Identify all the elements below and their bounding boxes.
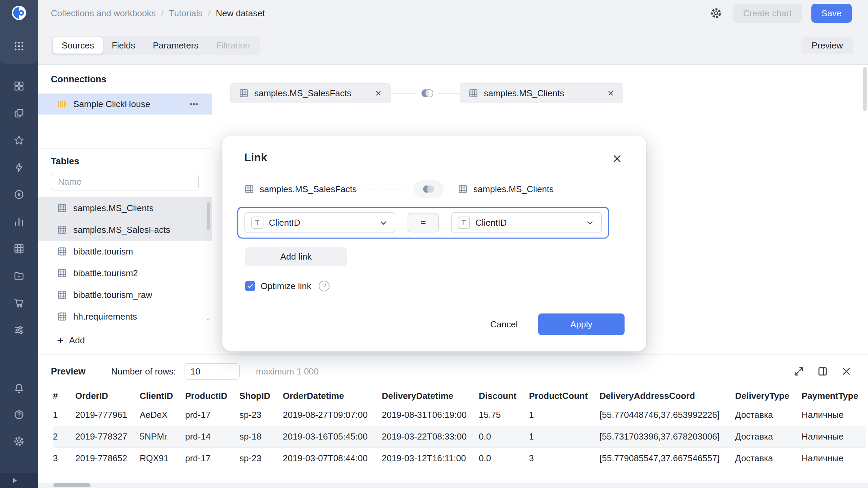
table-icon <box>468 88 478 98</box>
join-type-button[interactable] <box>414 180 443 198</box>
close-icon[interactable] <box>374 89 382 97</box>
table-icon <box>458 184 468 194</box>
source-node-label: samples.MS_Clients <box>484 88 564 99</box>
cart-icon[interactable] <box>12 296 26 310</box>
link-connector <box>443 189 453 189</box>
table-list-item[interactable]: samples.MS_SalesFacts <box>38 219 212 241</box>
table-name: bibattle.tourism_raw <box>73 290 152 300</box>
panel-divider <box>38 148 212 149</box>
data-table-icon[interactable] <box>12 241 26 256</box>
table-cell: prd-17 <box>185 404 239 426</box>
datalens-logo[interactable] <box>11 5 27 21</box>
sidebar-expand-button[interactable] <box>0 473 38 488</box>
app-sidebar <box>0 0 38 488</box>
table-list-item[interactable]: hh.requirements <box>38 306 212 327</box>
breadcrumb-item[interactable]: Tutorials <box>169 8 203 19</box>
column-header: ClientID <box>140 388 185 404</box>
split-view-icon[interactable] <box>816 365 829 378</box>
preview-toggle-button[interactable]: Preview <box>802 37 853 54</box>
breadcrumb: Collections and workbooks/Tutorials/New … <box>51 8 265 19</box>
optimize-checkbox[interactable] <box>245 281 255 291</box>
expand-icon[interactable] <box>792 365 806 378</box>
table-row: 22019-7783275NPMrprd-14sp-182019-03-16T0… <box>53 426 866 447</box>
column-header: OrderID <box>75 388 140 404</box>
question-icon[interactable]: ? <box>319 281 330 291</box>
lightning-icon[interactable] <box>12 160 26 175</box>
apps-grid-icon[interactable] <box>12 39 26 54</box>
source-node-label: samples.MS_SalesFacts <box>254 88 351 99</box>
target-icon[interactable] <box>12 187 26 202</box>
close-icon[interactable] <box>610 151 625 166</box>
close-icon[interactable] <box>840 365 853 378</box>
horizontal-scrollbar <box>38 483 868 488</box>
connection-item[interactable]: Sample ClickHouse <box>38 94 212 115</box>
clickhouse-icon <box>57 99 67 109</box>
table-list-item[interactable]: bibattle.tourism_raw <box>38 284 212 306</box>
bar-chart-icon[interactable] <box>12 214 26 229</box>
close-icon[interactable] <box>607 89 615 97</box>
add-table-label: Add <box>69 335 85 346</box>
table-cell: Наличные <box>802 447 866 469</box>
save-button[interactable]: Save <box>811 4 852 23</box>
link-modal: Link samples.MS_SalesFacts samples.MS_Cl… <box>222 136 646 351</box>
connection-name: Sample ClickHouse <box>73 99 150 109</box>
table-name: bibattle.tourism2 <box>73 268 138 279</box>
table-cell: sp-18 <box>239 426 283 447</box>
table-list-item[interactable]: bibattle.tourism <box>38 241 212 262</box>
operator-button[interactable]: = <box>408 213 439 232</box>
column-header: DeliveryDatetime <box>382 388 479 404</box>
dashboards-icon[interactable] <box>12 79 26 94</box>
preview-table: #OrderIDClientIDProductIDShopIDOrderDate… <box>53 388 866 469</box>
table-icon <box>57 268 67 278</box>
create-chart-button[interactable]: Create chart <box>733 4 802 23</box>
window-scrollbar-thumb[interactable] <box>863 67 867 111</box>
column-header: ProductID <box>185 388 239 404</box>
tab-parameters[interactable]: Parameters <box>144 37 207 54</box>
settings-gear-icon[interactable] <box>709 6 724 21</box>
sidebar-icon-stack <box>12 79 26 338</box>
join-venn-icon[interactable] <box>416 85 439 102</box>
join-connector-line <box>438 93 460 94</box>
table-cell: sp-23 <box>239 404 283 426</box>
table-cell: 0.0 <box>479 447 529 469</box>
table-list-item[interactable]: samples.MS_Clients <box>38 197 212 219</box>
left-field-select[interactable]: T ClientID <box>244 212 395 233</box>
cancel-button[interactable]: Cancel <box>478 313 530 335</box>
rows-count-label: Number of rows: <box>111 366 176 377</box>
add-link-button[interactable]: Add link <box>245 247 347 266</box>
field-type-icon: T <box>458 217 470 229</box>
bell-icon[interactable] <box>12 381 26 396</box>
favorites-star-icon[interactable] <box>12 133 26 148</box>
breadcrumb-item[interactable]: Collections and workbooks <box>51 8 156 19</box>
table-list-item[interactable]: bibattle.tourism2 <box>38 262 212 284</box>
table-row: 12019-777961AeDeXprd-17sp-232019-08-27T0… <box>53 404 866 426</box>
tab-fields[interactable]: Fields <box>103 37 144 54</box>
table-search-input[interactable] <box>51 173 199 190</box>
help-icon[interactable] <box>12 407 26 422</box>
table-icon <box>57 203 67 213</box>
table-icon <box>57 246 67 257</box>
storage-folder-icon[interactable] <box>12 268 26 283</box>
rows-count-input[interactable] <box>184 363 240 380</box>
connections-title: Connections <box>38 74 212 85</box>
tab-sources[interactable]: Sources <box>53 37 103 54</box>
table-cell: 1 <box>529 426 599 447</box>
scroll-down-arrow-icon[interactable] <box>205 316 211 322</box>
link-left-table-name: samples.MS_SalesFacts <box>260 184 357 195</box>
table-cell: 5NPMr <box>140 426 185 447</box>
apply-button[interactable]: Apply <box>538 313 625 335</box>
table-cell: Доставка <box>735 426 802 447</box>
right-field-select[interactable]: T ClientID <box>451 212 602 233</box>
gear-icon[interactable] <box>12 434 26 449</box>
source-node-clients[interactable]: samples.MS_Clients <box>460 83 623 103</box>
table-cell: Наличные <box>802 426 866 447</box>
list-scrollbar-thumb[interactable] <box>207 202 210 230</box>
flows-sliders-icon[interactable] <box>12 323 26 338</box>
horizontal-scrollbar-thumb[interactable] <box>53 483 91 487</box>
add-table-button[interactable]: + Add <box>38 331 212 349</box>
layers-icon[interactable] <box>12 106 26 121</box>
column-header: ShopID <box>239 388 283 404</box>
ellipsis-menu-icon[interactable] <box>189 99 199 109</box>
source-node-salesfacts[interactable]: samples.MS_SalesFacts <box>230 83 391 103</box>
table-icon <box>239 88 249 98</box>
